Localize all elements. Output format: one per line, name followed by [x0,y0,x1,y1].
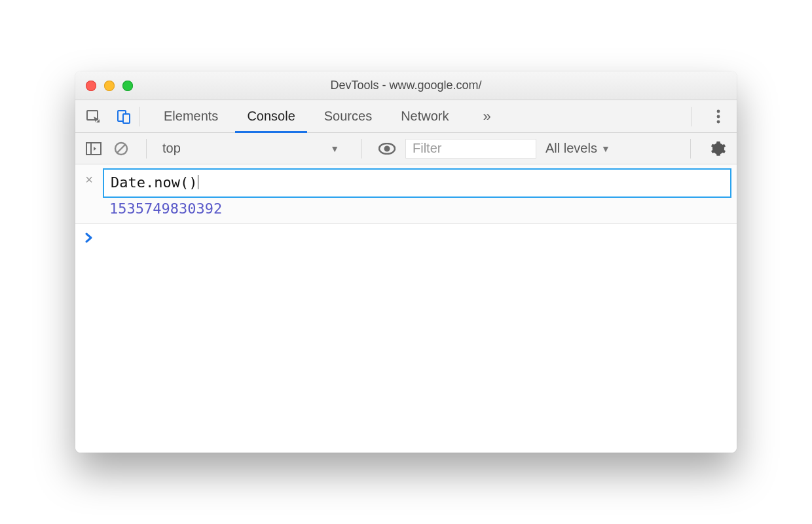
more-icon[interactable] [709,107,728,126]
tab-network[interactable]: Network [386,100,463,132]
context-label: top [162,141,323,156]
console-body: × Date.now() 1535749830392 [75,164,737,453]
live-expression-content: Date.now() 1535749830392 [103,164,737,223]
live-expression-input[interactable]: Date.now() [103,168,731,198]
svg-point-5 [717,120,720,123]
show-console-sidebar-icon[interactable] [84,140,103,158]
tab-label: Sources [324,109,372,124]
minimize-window-button[interactable] [104,81,115,91]
console-prompt-row[interactable] [75,224,737,253]
overflow-glyph: » [483,108,491,125]
chevron-down-icon: ▼ [330,143,339,154]
svg-point-3 [717,109,720,113]
live-expression-result: 1535749830392 [103,198,731,217]
context-selector[interactable]: top ▼ [162,141,346,156]
prompt-chevron-icon [75,231,103,244]
separator [690,139,691,159]
filter-placeholder: Filter [413,141,441,156]
svg-point-11 [384,145,390,151]
text-caret [198,175,198,189]
zoom-window-button[interactable] [122,81,133,91]
devtools-tabbar: Elements Console Sources Network » [75,100,737,133]
tab-console[interactable]: Console [232,100,309,132]
svg-point-4 [717,115,720,118]
tab-label: Elements [164,109,218,124]
close-window-button[interactable] [86,81,96,91]
device-toolbar-icon[interactable] [115,107,133,126]
separator [146,139,147,159]
titlebar: DevTools - www.google.com/ [75,71,737,100]
console-input[interactable] [103,231,737,246]
chevron-down-icon: ▼ [601,143,610,154]
panel-tabs: Elements Console Sources Network » [149,100,506,132]
separator [139,107,140,126]
settings-icon[interactable] [709,140,728,158]
console-toolbar: top ▼ Filter All levels ▼ [75,133,737,164]
close-icon: × [85,172,93,187]
log-levels-selector[interactable]: All levels ▼ [545,141,610,156]
tab-label: Console [247,109,295,124]
window-controls [86,81,133,91]
svg-rect-2 [123,114,130,123]
inspect-icon[interactable] [84,107,103,126]
separator [692,107,692,126]
separator [361,139,362,159]
expression-text: Date.now() [111,174,197,191]
tab-sources[interactable]: Sources [310,100,386,132]
window-title: DevTools - www.google.com/ [75,79,737,92]
remove-expression-button[interactable]: × [75,164,103,223]
tabs-overflow-button[interactable]: » [469,100,506,132]
clear-console-icon[interactable] [112,140,130,158]
tab-elements[interactable]: Elements [149,100,232,132]
levels-label: All levels [545,141,597,156]
filter-input[interactable]: Filter [405,139,536,159]
devtools-window: DevTools - www.google.com/ Elements Con [75,71,737,453]
svg-line-9 [117,145,125,153]
tab-label: Network [401,109,449,124]
live-expression-row: × Date.now() 1535749830392 [75,164,737,224]
live-expression-icon[interactable] [378,140,396,158]
